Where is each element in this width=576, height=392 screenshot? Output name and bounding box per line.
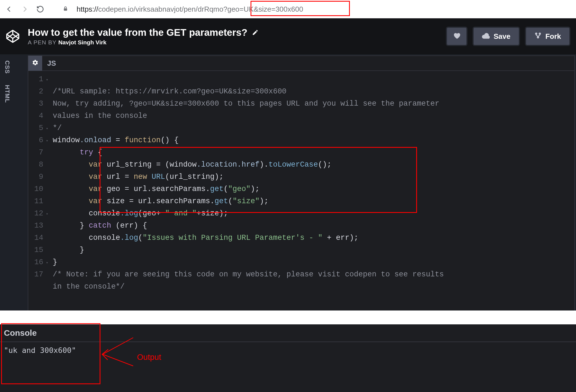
save-button[interactable]: Save [473,27,520,46]
reload-button[interactable] [36,5,44,13]
forward-button[interactable] [21,5,29,13]
editor-panel: JS 1 2 3 4 5 6 7 8 9 10 11 12 13 14 15 1… [28,55,575,328]
edit-title-icon[interactable] [252,27,259,38]
tab-js[interactable]: JS [47,59,56,68]
editor-settings-button[interactable] [28,56,42,71]
svg-point-2 [539,33,540,34]
cloud-icon [482,32,490,41]
page-title: How to get the value from the GET parame… [28,27,446,38]
url-scheme: https:// [77,5,98,14]
address-bar[interactable]: https://codepen.io/virksaabnavjot/pen/dr… [77,5,303,14]
svg-point-1 [535,33,537,34]
url-path: codepen.io/virksaabnavjot/pen/drRqmo?geo… [98,5,303,14]
back-button[interactable] [5,5,13,13]
fork-icon [534,32,542,41]
divider [0,342,576,342]
annotation-output-label: Output [137,353,161,362]
code-content[interactable]: /*URL sample: https://mrvirk.com?geo=UK&… [46,73,448,317]
heart-icon [453,31,461,42]
code-editor[interactable]: 1 2 3 4 5 6 7 8 9 10 11 12 13 14 15 16 1… [28,71,574,328]
console-title: Console [0,324,576,340]
fork-button[interactable]: Fork [525,27,570,46]
codepen-logo-icon[interactable] [4,28,21,45]
svg-rect-0 [64,8,67,11]
svg-point-3 [537,36,539,38]
preview-pane [0,310,576,324]
browser-bar: https://codepen.io/virksaabnavjot/pen/dr… [0,0,576,18]
gear-icon [32,59,39,67]
sidebar: CSS HTML [0,55,14,103]
pen-author: A PEN BY Navjot Singh Virk [28,39,446,46]
like-button[interactable] [446,27,468,46]
sidebar-tab-html[interactable]: HTML [4,85,11,103]
console-panel: Console "uk and 300x600" Output [0,324,576,392]
sidebar-tab-css[interactable]: CSS [4,60,11,74]
svg-line-5 [103,354,133,366]
line-gutter: 1 2 3 4 5 6 7 8 9 10 11 12 13 14 15 16 1… [28,73,46,317]
console-output: "uk and 300x600" [0,346,576,355]
app-header: How to get the value from the GET parame… [0,18,576,54]
lock-icon [63,5,68,13]
